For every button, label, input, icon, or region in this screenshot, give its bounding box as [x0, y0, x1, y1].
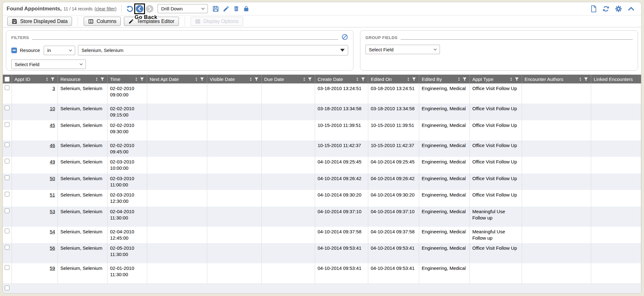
- delete-view-icon[interactable]: [233, 5, 240, 12]
- appt-id-link[interactable]: 10: [50, 106, 55, 111]
- settings-gear-icon[interactable]: [615, 5, 622, 13]
- appt-id-link[interactable]: 45: [50, 122, 55, 128]
- checkbox-header-cell: [3, 75, 12, 83]
- row-checkbox[interactable]: [5, 175, 9, 180]
- filter-funnel-icon[interactable]: [254, 77, 259, 82]
- column-header-visible-date[interactable]: Visible Date: [207, 75, 262, 83]
- undo-icon[interactable]: [126, 5, 134, 13]
- columns-button[interactable]: Columns: [84, 17, 121, 26]
- sort-icon[interactable]: [406, 77, 411, 82]
- filter-value-select[interactable]: Selenium, Selenium: [78, 45, 348, 55]
- go-back-button[interactable]: [134, 3, 145, 14]
- cell-resource: Selenium, Selenium: [58, 207, 108, 227]
- column-header-due-date[interactable]: Due Date: [262, 75, 315, 83]
- row-checkbox[interactable]: [5, 245, 9, 250]
- filter-funnel-icon[interactable]: [50, 77, 55, 82]
- sort-icon[interactable]: [509, 77, 514, 82]
- appt-id-link[interactable]: 56: [50, 245, 55, 251]
- cell-appt-type: Office Visit Follow Up: [470, 157, 522, 174]
- sort-icon[interactable]: [302, 77, 307, 82]
- sort-icon[interactable]: [578, 77, 583, 82]
- column-header-next-apt-date[interactable]: Next Apt Date: [147, 75, 207, 83]
- row-checkbox[interactable]: [5, 122, 9, 127]
- cell-edited-on: 04-10-2014 09:37:58: [368, 227, 419, 243]
- checkbox-cell: [3, 140, 12, 157]
- collapse-chevron-icon[interactable]: [627, 5, 635, 13]
- cell-create-date: 04-10-2014 09:30:20: [315, 190, 368, 207]
- filter-funnel-icon[interactable]: [412, 77, 416, 82]
- column-header-encounter-authors[interactable]: Encounter Authors: [522, 75, 591, 83]
- group-field-select[interactable]: Select Field: [365, 45, 440, 54]
- clear-filters-icon[interactable]: [341, 34, 348, 40]
- filter-funnel-icon[interactable]: [361, 77, 365, 82]
- column-header-edited-by[interactable]: Edited By: [419, 75, 470, 83]
- drill-down-select[interactable]: Drill Down: [158, 4, 208, 13]
- store-displayed-data-button[interactable]: Store Displayed Data: [7, 17, 72, 26]
- refresh-icon[interactable]: [602, 5, 610, 13]
- row-checkbox[interactable]: [5, 159, 9, 163]
- row-checkbox[interactable]: [5, 208, 9, 213]
- cell-linked-encounters: [591, 83, 641, 104]
- column-header-create-date[interactable]: Create Date: [315, 75, 368, 83]
- appt-id-link[interactable]: 53: [50, 209, 55, 214]
- appt-id-link[interactable]: 54: [50, 229, 55, 234]
- filter-funnel-icon[interactable]: [584, 77, 588, 82]
- filter-funnel-icon[interactable]: [462, 77, 467, 82]
- column-header-appt-id[interactable]: Appt ID: [12, 75, 58, 83]
- row-checkbox[interactable]: [5, 286, 9, 290]
- column-header-edited-on[interactable]: Edited On: [368, 75, 419, 83]
- group-fields-title-rule: [401, 39, 633, 40]
- row-checkbox[interactable]: [5, 192, 9, 196]
- appt-id-link[interactable]: 46: [50, 143, 55, 148]
- filter-funnel-icon[interactable]: [514, 77, 519, 82]
- cell-edited-on: 03-18-2010 13:24:51: [368, 83, 419, 104]
- filter-operator-select[interactable]: in: [44, 46, 75, 55]
- sort-icon[interactable]: [45, 77, 49, 82]
- filter-funnel-icon[interactable]: [308, 77, 312, 82]
- column-header-resource[interactable]: Resource: [58, 75, 108, 83]
- dropdown-triangle-icon: [340, 49, 345, 52]
- filter-funnel-icon[interactable]: [100, 77, 105, 82]
- column-header-time[interactable]: Time: [108, 75, 147, 83]
- add-filter-field-select[interactable]: Select Field: [11, 60, 86, 69]
- row-checkbox[interactable]: [5, 265, 9, 270]
- appt-id-link[interactable]: 3: [53, 86, 55, 91]
- appt-id-link[interactable]: 51: [50, 192, 55, 197]
- row-checkbox[interactable]: [5, 142, 9, 147]
- select-all-checkbox[interactable]: [5, 77, 9, 82]
- cell-edited-on: 04-10-2014 09:53:41: [368, 243, 419, 263]
- column-header-appt-type[interactable]: Appt Type: [470, 75, 522, 83]
- lock-view-icon[interactable]: [243, 5, 249, 12]
- clear-filter-link[interactable]: (clear filter): [94, 6, 116, 11]
- sort-icon[interactable]: [355, 77, 360, 82]
- go-forward-button[interactable]: [146, 5, 154, 13]
- row-checkbox[interactable]: [5, 85, 9, 90]
- remove-filter-icon[interactable]: [11, 48, 17, 53]
- cell-linked-encounters: [591, 157, 641, 174]
- cell-create-date: 03-18-2010 13:34:58: [315, 104, 368, 120]
- cell-encounter-authors: [522, 207, 591, 227]
- sort-icon[interactable]: [194, 77, 199, 82]
- filter-funnel-icon[interactable]: [200, 77, 204, 82]
- column-header-linked-encounters[interactable]: Linked Encounters: [591, 75, 641, 83]
- appt-id-link[interactable]: 50: [50, 176, 55, 181]
- cell-resource: Selenium, Selenium: [58, 104, 108, 120]
- sort-icon[interactable]: [134, 77, 139, 82]
- save-view-icon[interactable]: [212, 5, 219, 12]
- sort-icon[interactable]: [94, 77, 99, 82]
- cell-due-date: [262, 120, 315, 140]
- sort-icon[interactable]: [457, 77, 461, 82]
- appt-id-link[interactable]: 49: [50, 159, 55, 164]
- cell-appt-type: Office Visit Follow Up: [470, 243, 522, 263]
- sort-icon[interactable]: [248, 77, 253, 82]
- table-row: 45Selenium, Selenium02-02-2010 09:30:001…: [3, 120, 641, 140]
- row-checkbox[interactable]: [5, 105, 9, 110]
- row-checkbox[interactable]: [5, 229, 9, 233]
- filter-funnel-icon[interactable]: [140, 77, 144, 82]
- new-document-icon[interactable]: [590, 5, 597, 13]
- cell-edited-by: Engineering, Medical: [419, 83, 470, 104]
- cell-visible-date: [207, 83, 262, 104]
- appt-id-link[interactable]: 59: [50, 265, 55, 271]
- display-options-button: Display Options: [191, 17, 243, 26]
- edit-view-icon[interactable]: [223, 5, 230, 12]
